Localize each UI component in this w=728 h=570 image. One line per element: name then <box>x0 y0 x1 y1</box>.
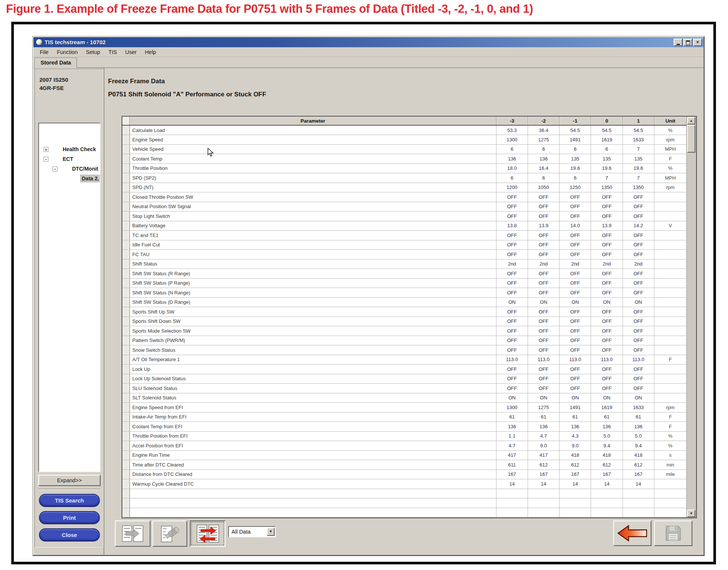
close-button[interactable]: Close <box>39 528 100 542</box>
dropdown-arrow-icon[interactable]: ▼ <box>267 528 275 536</box>
menu-item-help[interactable]: Help <box>141 48 160 56</box>
data-filter-dropdown[interactable]: All Data ▼ <box>228 526 276 537</box>
print-button[interactable]: Print <box>39 511 100 524</box>
table-row[interactable]: Sports Shift Up SWOFFOFFOFFOFFOFF <box>122 307 687 317</box>
table-row[interactable]: Vehicle Speed66667MPH <box>122 144 687 154</box>
tree-item-health-check[interactable]: +Health Check <box>39 144 100 154</box>
value-cell: 611 <box>496 460 528 470</box>
value-cell: 54.5 <box>591 125 623 135</box>
header-cell-1[interactable]: 1 <box>623 117 654 125</box>
tree-item-dtc-monit[interactable]: -DTC/Monit <box>39 164 100 174</box>
value-cell: OFF <box>560 345 591 355</box>
table-row[interactable]: FC TAUOFFOFFOFFOFFOFF <box>122 250 687 260</box>
menu-item-file[interactable]: File <box>36 48 53 56</box>
value-cell: 14 <box>560 479 591 489</box>
tree-item-data-2[interactable]: Data 2. <box>39 174 100 183</box>
header-cell-2[interactable]: -2 <box>528 117 559 125</box>
empty-table-row[interactable] <box>122 508 687 518</box>
table-row[interactable]: A/T Oil Temperature 1113.0113.0113.0113.… <box>122 355 687 364</box>
table-row[interactable]: Sports Mode Selection SWOFFOFFOFFOFFOFF <box>122 326 687 336</box>
table-scrollbar[interactable]: ▲ ▼ <box>686 117 696 518</box>
row-selector-cell <box>122 336 129 345</box>
table-row[interactable]: Lock Up Solenoid StatusOFFOFFOFFOFFOFF <box>122 374 687 384</box>
table-row[interactable]: Neutral Position SW SignalOFFOFFOFFOFFOF… <box>122 202 687 212</box>
tree-item-ect[interactable]: -ECT <box>39 154 100 164</box>
compare-data-button[interactable] <box>115 520 150 547</box>
table-row[interactable]: SLT Solenoid StatusONONONONON <box>122 393 687 403</box>
table-row[interactable]: Idle Fuel CutOFFOFFOFFOFFOFF <box>122 240 687 250</box>
value-cell: OFF <box>560 212 591 221</box>
menu-item-user[interactable]: User <box>121 48 141 56</box>
value-cell: 167 <box>560 470 591 479</box>
value-cell: 61 <box>591 412 623 422</box>
value-cell: 418 <box>591 450 623 460</box>
collapse-minus-icon[interactable]: - <box>44 157 48 162</box>
table-row[interactable]: SLU Solenoid StatusOFFOFFOFFOFFOFF <box>122 384 687 393</box>
restore-button[interactable] <box>683 39 692 46</box>
table-row[interactable]: Lock UpOFFOFFOFFOFFOFF <box>122 364 687 374</box>
value-cell: 136 <box>591 422 623 432</box>
value-cell: 19.6 <box>623 164 654 173</box>
minimize-button[interactable] <box>674 39 683 46</box>
header-cell-parameter[interactable]: Parameter <box>129 117 496 125</box>
table-row[interactable]: SPD (SP2)66677MPH <box>122 173 687 183</box>
value-cell: OFF <box>496 316 528 326</box>
header-cell-0[interactable]: 0 <box>591 117 623 125</box>
parameter-cell <box>129 489 496 498</box>
table-row[interactable]: Coolant Temp136136135135135F <box>122 154 687 164</box>
table-row[interactable]: Snow Switch StatusOFFOFFOFFOFFOFF <box>122 345 687 355</box>
table-row[interactable]: Distance from DTC Cleared167167167167167… <box>122 470 687 479</box>
table-row[interactable]: Stop Light SwitchOFFOFFOFFOFFOFF <box>122 212 687 221</box>
scroll-down-icon[interactable]: ▼ <box>687 510 695 517</box>
header-cell-1[interactable]: -1 <box>560 117 591 125</box>
back-button[interactable] <box>613 520 651 546</box>
expand-plus-icon[interactable]: + <box>44 147 48 152</box>
table-row[interactable]: Shift Status2nd2nd2nd2nd2nd <box>122 259 687 269</box>
scroll-thumb[interactable] <box>687 125 695 153</box>
table-row[interactable]: Throttle Position18.016.419.619.619.6% <box>122 164 687 173</box>
menu-item-function[interactable]: Function <box>53 48 82 56</box>
table-row[interactable]: Intake-Air Temp from EFI6161616161F <box>122 412 687 422</box>
table-row[interactable]: Shift SW Status (D Range)ONONONONON <box>122 297 687 307</box>
table-row[interactable]: SPD (NT)12001050125013501350rpm <box>122 183 687 192</box>
close-window-button[interactable]: × <box>693 39 702 46</box>
collapse-minus-icon[interactable]: - <box>53 166 57 171</box>
header-cell-unit[interactable]: Unit <box>654 117 686 125</box>
value-cell <box>623 498 654 508</box>
empty-table-row[interactable] <box>122 489 687 498</box>
record-data-button[interactable] <box>152 520 187 547</box>
value-cell: OFF <box>496 269 528 279</box>
table-row[interactable]: Time after DTC Cleared611612612612612min <box>122 460 687 470</box>
empty-table-row[interactable] <box>122 498 687 508</box>
value-cell: 1.1 <box>496 431 528 441</box>
menu-item-tis[interactable]: TIS <box>104 48 121 56</box>
menu-item-setup[interactable]: Setup <box>82 48 104 56</box>
value-cell: OFF <box>496 336 528 345</box>
row-selector-cell <box>122 508 129 518</box>
swap-data-button[interactable] <box>190 520 226 547</box>
save-button[interactable] <box>654 520 692 546</box>
table-row[interactable]: Battery Voltage13.813.914.013.914.2V <box>122 221 687 231</box>
table-row[interactable]: Closed Throttle Position SWOFFOFFOFFOFFO… <box>122 192 687 202</box>
table-row[interactable]: Sports Shift Down SWOFFOFFOFFOFFOFF <box>122 316 687 326</box>
tis-search-button[interactable]: TIS Search <box>39 494 100 507</box>
expand-button[interactable]: Expand>> <box>38 475 101 486</box>
scroll-up-icon[interactable]: ▲ <box>687 117 695 124</box>
value-cell: OFF <box>528 240 559 250</box>
table-row[interactable]: Shift SW Status (P Range)OFFOFFOFFOFFOFF <box>122 278 687 288</box>
table-row[interactable]: Warmup Cycle Cleared DTC1414141414 <box>122 479 687 489</box>
table-row[interactable]: Engine Run Time417417418418418s <box>122 450 687 460</box>
table-row[interactable]: TC and TE1OFFOFFOFFOFFOFF <box>122 231 687 240</box>
table-row[interactable]: Shift SW Status (R Range)OFFOFFOFFOFFOFF <box>122 269 687 279</box>
figure-title: Figure 1. Example of Freeze Frame Data f… <box>6 2 533 16</box>
table-row[interactable]: Coolant Temp from EFI136136136136136F <box>122 422 687 432</box>
header-cell-3[interactable]: -3 <box>496 117 528 125</box>
table-row[interactable]: Engine Speed13001275149116191633rpm <box>122 135 687 145</box>
tab-stored-data[interactable]: Stored Data <box>35 58 77 68</box>
table-row[interactable]: Shift SW Status (N Range)OFFOFFOFFOFFOFF <box>122 288 687 298</box>
table-row[interactable]: Engine Speed from EFI1300127514911619163… <box>122 403 687 412</box>
table-row[interactable]: Pattern Switch (PWR/M)OFFOFFOFFOFFOFF <box>122 336 687 345</box>
table-row[interactable]: Accel Position from EFI4.79.09.09.49.4% <box>122 441 687 451</box>
table-row[interactable]: Throttle Position from EFI1.14.74.35.05.… <box>122 431 687 441</box>
table-row[interactable]: Calculate Load53.336.454.554.554.5% <box>122 125 687 135</box>
